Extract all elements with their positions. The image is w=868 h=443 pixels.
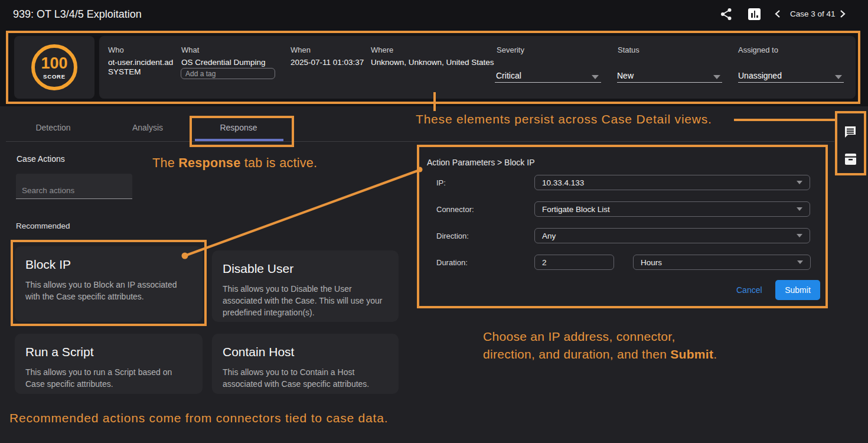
page-title: 939: OT L3/4/5 Exploitation — [13, 8, 142, 21]
status-select-value: New — [617, 71, 634, 80]
card-title: Contain Host — [223, 345, 388, 359]
chart-view-button[interactable] — [748, 8, 761, 20]
card-title: Run a Script — [25, 345, 192, 359]
case-actions-title: Case Actions — [17, 154, 65, 164]
tabs-divider — [6, 141, 834, 142]
status-select[interactable] — [617, 82, 722, 83]
tab-analysis[interactable]: Analysis — [112, 123, 183, 132]
cancel-button[interactable]: Cancel — [736, 285, 762, 295]
risk-score-badge: 100 SCORE — [31, 44, 77, 90]
duration-unit-value: Hours — [641, 258, 662, 267]
archive-icon[interactable] — [844, 153, 857, 165]
previous-case-icon[interactable] — [774, 9, 781, 18]
connector-select-value: Fortigate Block List — [542, 205, 610, 214]
bar-chart-icon — [751, 13, 753, 18]
card-description: This allows you to to Contain a Host ass… — [223, 366, 383, 390]
direction-label: Direction: — [436, 232, 469, 240]
tab-response[interactable]: Response — [203, 123, 274, 132]
assigned-select-value: Unassigned — [738, 71, 782, 80]
tab-detection[interactable]: Detection — [18, 123, 89, 132]
who-label: Who — [108, 45, 124, 54]
connector-select[interactable]: Fortigate Block List — [534, 201, 810, 217]
action-parameters-breadcrumb: Action Parameters > Block IP — [427, 158, 534, 167]
assigned-label: Assigned to — [738, 45, 778, 54]
severity-label: Severity — [497, 45, 524, 54]
next-case-icon[interactable] — [839, 9, 846, 18]
case-detail-page: 939: OT L3/4/5 Exploitation Case 3 of 41… — [0, 0, 868, 443]
when-label: When — [291, 45, 311, 54]
card-description: This allows you to run a Script based on… — [25, 366, 180, 390]
severity-caret-icon[interactable] — [592, 75, 599, 79]
direction-select[interactable]: Any — [534, 228, 810, 243]
annotation-recommended-note: Recommended actions come from connectors… — [9, 411, 388, 425]
comment-icon[interactable] — [844, 125, 857, 138]
where-value: Unknown, Unknown, United States — [371, 58, 494, 67]
action-card-contain-host[interactable]: Contain Host This allows you to to Conta… — [212, 334, 399, 394]
submit-button[interactable]: Submit — [775, 280, 820, 300]
score-value: 100 — [41, 56, 67, 71]
share-icon[interactable] — [720, 7, 733, 21]
card-description: This allows you to Disable the User asso… — [223, 283, 388, 318]
connector-label: Connector: — [436, 205, 474, 214]
assigned-select[interactable] — [738, 82, 844, 83]
add-tag-input[interactable] — [181, 68, 275, 79]
status-caret-icon[interactable] — [713, 75, 720, 79]
what-label: What — [181, 45, 199, 54]
annotation-persist-note: These elements persist across Case Detai… — [416, 112, 712, 126]
card-title: Block IP — [25, 258, 192, 272]
ip-select-value: 10.33.4.133 — [542, 178, 584, 187]
status-label: Status — [618, 45, 639, 54]
severity-select-value: Critical — [496, 71, 521, 80]
direction-select-value: Any — [542, 232, 556, 240]
ip-label: IP: — [436, 178, 446, 187]
where-label: Where — [371, 45, 393, 54]
card-description: This allows you to Block an IP associate… — [25, 279, 187, 302]
severity-select[interactable] — [495, 82, 601, 83]
ip-select[interactable]: 10.33.4.133 — [534, 175, 810, 190]
action-card-run-script[interactable]: Run a Script This allows you to run a Sc… — [15, 334, 203, 394]
recommended-section-label: Recommended — [16, 222, 70, 230]
annotation-box-action-parameters — [417, 145, 828, 308]
connector-caret-icon — [797, 207, 802, 211]
what-value: OS Credential Dumping — [181, 58, 266, 67]
who-value-user: ot-user.incident.ad — [108, 58, 173, 67]
card-title: Disable User — [223, 262, 388, 276]
annotation-choose-note: Choose an IP address, connector, directi… — [483, 328, 717, 363]
ip-caret-icon — [797, 181, 802, 184]
duration-label: Duration: — [436, 258, 468, 267]
duration-unit-select[interactable]: Hours — [633, 255, 811, 270]
action-card-disable-user[interactable]: Disable User This allows you to Disable … — [212, 250, 399, 322]
assigned-caret-icon[interactable] — [835, 75, 842, 79]
who-value-system: SYSTEM — [108, 67, 141, 76]
action-card-block-ip[interactable]: Block IP This allows you to Block an IP … — [15, 246, 203, 322]
duration-input[interactable] — [542, 258, 606, 267]
direction-caret-icon — [797, 234, 802, 237]
when-value: 2025-07-11 01:03:37 — [291, 58, 364, 67]
score-label: SCORE — [43, 73, 66, 80]
annotation-box-side-icons — [835, 111, 866, 175]
case-nav-label: Case 3 of 41 — [790, 9, 836, 18]
duration-value-input[interactable] — [534, 255, 614, 270]
search-actions-input[interactable] — [16, 174, 132, 199]
annotation-response-note: The Response tab is active. — [152, 156, 317, 171]
duration-unit-caret-icon — [797, 260, 803, 264]
